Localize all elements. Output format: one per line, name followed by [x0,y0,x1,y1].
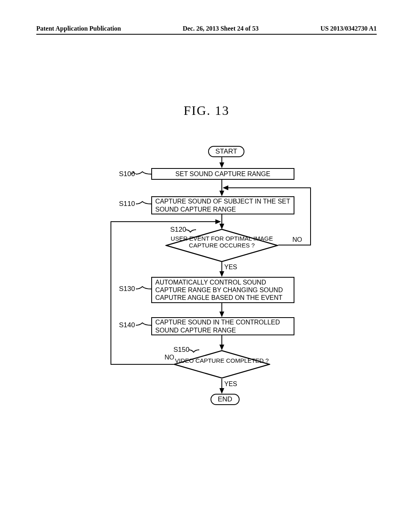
decision-s150: VIDEO CAPTURE COMPLETED ? [173,350,270,379]
bracket-icon [135,285,153,293]
branch-no-s120: NO [292,236,302,243]
branch-yes-s120: YES [224,264,237,271]
header-left: Patent Application Publication [36,25,121,32]
step-label-s100: S100 [119,170,135,178]
process-s100-text: SET SOUND CAPTURE RANGE [175,170,270,178]
step-label-s110: S110 [119,200,135,208]
process-s110-text: CAPTURE SOUND OF SUBJECT IN THE SET SOUN… [155,197,290,213]
process-s130-text: AUTOMATICALLY CONTROL SOUND CAPTURE RANG… [155,278,290,302]
process-s130: AUTOMATICALLY CONTROL SOUND CAPTURE RANG… [151,277,294,303]
decision-s120: USER EVENT FOR OPTIMAL IMAGE CAPTURE OCC… [165,229,278,262]
terminal-end: END [211,394,240,405]
process-s140-text: CAPTURE SOUND IN THE CONTROLLED SOUND CA… [155,318,290,334]
process-s140: CAPTURE SOUND IN THE CONTROLLED SOUND CA… [151,317,294,335]
terminal-start: START [208,146,244,157]
header-right: US 2013/0342730 A1 [320,25,377,32]
header-center: Dec. 26, 2013 Sheet 24 of 53 [183,25,259,32]
end-label: END [218,395,232,403]
branch-no-s150: NO [165,354,174,361]
decision-s120-text: USER EVENT FOR OPTIMAL IMAGE CAPTURE OCC… [171,235,273,249]
flowchart: START S100 SET SOUND CAPTURE RANGE S110 … [73,146,323,436]
bracket-icon [135,200,153,208]
bracket-icon [135,170,153,178]
page-header: Patent Application Publication Dec. 26, … [36,25,377,35]
start-label: START [215,148,237,155]
bracket-icon [135,321,153,329]
process-s110: CAPTURE SOUND OF SUBJECT IN THE SET SOUN… [151,196,294,214]
step-label-s130: S130 [119,285,135,293]
process-s100: SET SOUND CAPTURE RANGE [151,168,294,180]
branch-yes-s150: YES [224,380,237,388]
svg-marker-8 [174,351,269,378]
decision-s150-text: VIDEO CAPTURE COMPLETED ? [175,357,269,364]
figure-title: FIG. 13 [36,103,377,118]
step-label-s140: S140 [119,321,135,329]
